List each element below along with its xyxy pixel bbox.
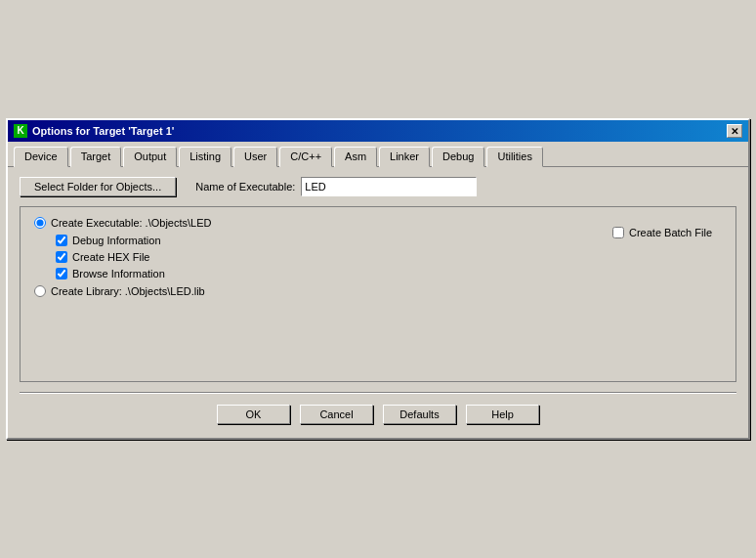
- debug-info-label: Debug Information: [72, 235, 161, 246]
- name-exe-row: Name of Executable:: [195, 177, 477, 196]
- tabs-bar: Device Target Output Listing User C/C++ …: [8, 142, 748, 166]
- close-button[interactable]: ✕: [727, 124, 742, 138]
- ok-button[interactable]: OK: [217, 405, 290, 424]
- title-bar: K Options for Target 'Target 1' ✕: [8, 120, 748, 142]
- tab-asm[interactable]: Asm: [334, 147, 377, 167]
- tab-utilities[interactable]: Utilities: [486, 147, 542, 167]
- browse-info-row: Browse Information: [56, 268, 612, 279]
- create-batch-checkbox[interactable]: [612, 227, 624, 238]
- options-box: Create Executable: .\Objects\LED Debug I…: [20, 206, 736, 382]
- create-library-row: Create Library: .\Objects\LED.lib: [34, 285, 612, 297]
- create-batch-row: Create Batch File: [612, 227, 712, 238]
- debug-info-checkbox[interactable]: [56, 235, 67, 246]
- tab-cpp[interactable]: C/C++: [279, 147, 332, 167]
- title-bar-text: K Options for Target 'Target 1': [14, 124, 174, 138]
- create-executable-label: Create Executable: .\Objects\LED: [51, 217, 211, 229]
- tab-content: Select Folder for Objects... Name of Exe…: [8, 166, 748, 392]
- create-library-label: Create Library: .\Objects\LED.lib: [51, 285, 205, 297]
- create-executable-row: Create Executable: .\Objects\LED: [34, 217, 612, 229]
- app-icon: K: [14, 124, 27, 138]
- window-title: Options for Target 'Target 1': [32, 125, 174, 137]
- create-hex-label: Create HEX File: [72, 251, 149, 263]
- create-executable-radio[interactable]: [34, 217, 46, 229]
- browse-info-label: Browse Information: [72, 268, 165, 279]
- name-exe-label: Name of Executable:: [195, 181, 295, 193]
- defaults-button[interactable]: Defaults: [383, 405, 456, 424]
- left-options: Create Executable: .\Objects\LED Debug I…: [34, 217, 612, 303]
- create-library-radio[interactable]: [34, 285, 46, 297]
- main-window: K Options for Target 'Target 1' ✕ Device…: [6, 118, 750, 440]
- browse-info-checkbox[interactable]: [56, 268, 67, 279]
- right-options: Create Batch File: [612, 217, 722, 303]
- tab-linker[interactable]: Linker: [379, 147, 430, 167]
- tab-debug[interactable]: Debug: [432, 147, 484, 167]
- tab-output[interactable]: Output: [123, 147, 177, 167]
- tab-device[interactable]: Device: [14, 147, 68, 167]
- tab-target[interactable]: Target: [70, 147, 122, 167]
- debug-info-row: Debug Information: [56, 235, 612, 246]
- bottom-buttons: OK Cancel Defaults Help: [8, 393, 748, 438]
- help-button[interactable]: Help: [466, 405, 539, 424]
- create-hex-checkbox[interactable]: [56, 251, 67, 263]
- top-row: Select Folder for Objects... Name of Exe…: [20, 177, 736, 196]
- name-exe-input[interactable]: [301, 177, 477, 196]
- select-folder-button[interactable]: Select Folder for Objects...: [20, 177, 176, 196]
- tab-listing[interactable]: Listing: [179, 147, 231, 167]
- create-hex-row: Create HEX File: [56, 251, 612, 263]
- tab-user[interactable]: User: [233, 147, 277, 167]
- inner-options: Create Executable: .\Objects\LED Debug I…: [34, 217, 722, 303]
- cancel-button[interactable]: Cancel: [300, 405, 373, 424]
- create-batch-label: Create Batch File: [629, 227, 712, 238]
